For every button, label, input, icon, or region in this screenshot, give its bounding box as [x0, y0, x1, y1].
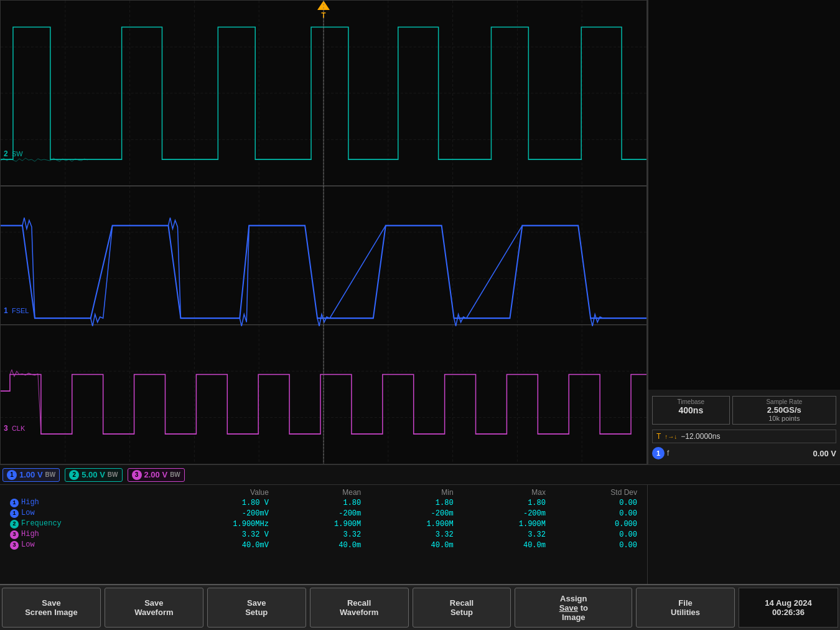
meas-ch-circle-4: 3: [10, 541, 19, 550]
sample-rate-label: Sample Rate: [738, 398, 831, 405]
time-display: 00:26:36: [772, 608, 805, 617]
col-min: Min: [366, 487, 458, 497]
meas-row-label-2: Frequency: [21, 519, 62, 528]
meas-value-2: 1.900MHz: [159, 519, 274, 529]
right-panel-controls: Timebase 400ns Sample Rate 2.50GS/s 10k …: [648, 390, 840, 464]
ch1-voltage: 1.00 V: [19, 470, 43, 479]
meas-min-2: 1.900M: [366, 519, 458, 529]
right-measurements: [647, 485, 840, 584]
meas-stddev-0: 0.00: [551, 497, 642, 508]
sample-rate-value: 2.50GS/s: [738, 405, 831, 415]
measurement-row-0: 1High1.80 V1.801.801.800.00: [5, 497, 642, 508]
timebase-display: Timebase 400ns: [652, 396, 730, 425]
svg-text:3: 3: [4, 424, 8, 433]
channel-bar: 1 1.00 V BW 2 5.00 V BW 3 2.00 V BW: [0, 464, 840, 484]
meas-min-4: 40.0m: [366, 540, 458, 550]
save-waveform-button[interactable]: SaveWaveform: [105, 588, 203, 628]
recall-waveform-button[interactable]: RecallWaveform: [310, 588, 409, 628]
bottom-toolbar: SaveScreen Image SaveWaveform SaveSetup …: [0, 584, 840, 630]
col-mean: Mean: [274, 487, 366, 497]
ch2-voltage: 5.00 V: [82, 470, 105, 479]
ch2-circle: 2: [69, 470, 79, 480]
meas-ch-circle-0: 1: [10, 499, 19, 507]
svg-text:SW: SW: [12, 149, 23, 157]
meas-value-0: 1.80 V: [159, 497, 274, 508]
right-panel: Timebase 400ns Sample Rate 2.50GS/s 10k …: [647, 0, 840, 464]
trigger-mode: f: [667, 449, 669, 458]
meas-value-1: -200mV: [159, 508, 274, 519]
waveform-area: T 2 SW 1: [0, 0, 840, 464]
date-display: 14 Aug 2024: [765, 598, 811, 608]
waveform-canvas: T 2 SW 1: [0, 0, 647, 464]
meas-value-4: 40.0mV: [159, 540, 274, 550]
meas-label-2: 2Frequency: [5, 519, 159, 529]
measurement-row-2: 2Frequency1.900MHz1.900M1.900M1.900M0.00…: [5, 519, 642, 529]
meas-min-3: 3.32: [366, 529, 458, 540]
trigger-level: 0.00 V: [813, 449, 836, 458]
col-stddev: Std Dev: [551, 487, 642, 497]
ch1-circle: 1: [7, 470, 17, 480]
measurement-row-1: 1Low-200mV-200m-200m-200m0.00: [5, 508, 642, 519]
meas-max-1: -200m: [459, 508, 551, 519]
meas-ch-circle-1: 1: [10, 509, 19, 518]
meas-row-label-0: High: [21, 498, 39, 507]
meas-max-0: 1.80: [459, 497, 551, 508]
ch1-coupling: BW: [45, 471, 56, 478]
meas-label-4: 3Low: [5, 540, 159, 550]
memory-depth-value: 10k points: [738, 415, 831, 422]
meas-mean-1: -200m: [274, 508, 366, 519]
meas-stddev-4: 0.00: [551, 540, 642, 550]
svg-text:CLK: CLK: [12, 425, 26, 432]
ch3-badge[interactable]: 3 2.00 V BW: [128, 468, 185, 482]
trigger-offset: −12.0000ns: [681, 432, 720, 441]
meas-stddev-1: 0.00: [551, 508, 642, 519]
col-value: Value: [159, 487, 274, 497]
meas-min-1: -200m: [366, 508, 458, 519]
measurements-area: Value Mean Min Max Std Dev 1High1.80 V1.…: [0, 484, 840, 584]
meas-max-2: 1.900M: [459, 519, 551, 529]
recall-waveform-label: RecallWaveform: [340, 598, 378, 617]
assign-bowl-button[interactable]: AssignSave toImage: [515, 588, 632, 628]
ch1-badge[interactable]: 1 1.00 V BW: [2, 468, 60, 482]
ch2-badge[interactable]: 2 5.00 V BW: [65, 468, 122, 482]
svg-text:1: 1: [4, 306, 8, 314]
svg-text:FSEL: FSEL: [12, 306, 29, 314]
meas-ch-circle-3: 3: [10, 530, 19, 539]
save-setup-button[interactable]: SaveSetup: [207, 588, 306, 628]
oscilloscope-display: T 2 SW 1: [0, 0, 840, 630]
meas-mean-3: 3.32: [274, 529, 366, 540]
datetime-display: 14 Aug 2024 00:26:36: [739, 588, 838, 628]
meas-min-0: 1.80: [366, 497, 458, 508]
ch3-coupling: BW: [170, 471, 180, 478]
meas-row-label-4: Low: [21, 540, 35, 549]
meas-stddev-3: 0.00: [551, 529, 642, 540]
sample-rate-display: Sample Rate 2.50GS/s 10k points: [732, 396, 836, 425]
meas-max-3: 3.32: [459, 529, 551, 540]
meas-row-label-3: High: [21, 530, 39, 538]
measurement-row-3: 3High3.32 V3.323.323.320.00: [5, 529, 642, 540]
meas-mean-2: 1.900M: [274, 519, 366, 529]
ch3-voltage: 2.00 V: [144, 470, 168, 479]
measurement-row-4: 3Low40.0mV40.0m40.0m40.0m0.00: [5, 540, 642, 550]
timebase-value: 400ns: [658, 405, 724, 415]
file-utilities-button[interactable]: FileUtilities: [636, 588, 735, 628]
meas-label-0: 1High: [5, 497, 159, 508]
col-max: Max: [459, 487, 551, 497]
col-label: [5, 487, 159, 497]
ch3-circle: 3: [132, 470, 142, 480]
meas-stddev-2: 0.000: [551, 519, 642, 529]
meas-label-3: 3High: [5, 529, 159, 540]
trigger-ch-badge: 1: [652, 447, 665, 459]
ch2-coupling: BW: [108, 471, 118, 478]
right-panel-display: [648, 0, 840, 390]
svg-text:2: 2: [4, 149, 8, 158]
meas-max-4: 40.0m: [459, 540, 551, 550]
meas-value-3: 3.32 V: [159, 529, 274, 540]
save-screen-button[interactable]: SaveScreen Image: [2, 588, 101, 628]
meas-mean-0: 1.80: [274, 497, 366, 508]
meas-ch-circle-2: 2: [10, 520, 19, 529]
recall-setup-button[interactable]: RecallSetup: [413, 588, 511, 628]
measurements-table: Value Mean Min Max Std Dev 1High1.80 V1.…: [0, 485, 647, 584]
meas-mean-4: 40.0m: [274, 540, 366, 550]
meas-label-1: 1Low: [5, 508, 159, 519]
